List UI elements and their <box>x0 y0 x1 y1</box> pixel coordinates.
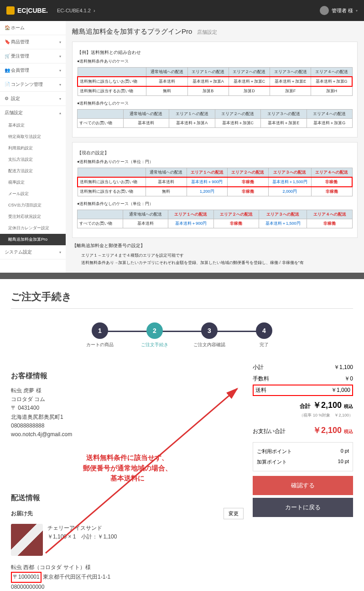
chevron-down-icon: ▾ <box>59 40 61 44</box>
customer-tel: 08088888888 <box>11 422 244 430</box>
sidebar-sub[interactable]: 税率設定 <box>0 177 66 188</box>
example-card: 【例】送料無料との組み合わせ ●送料無料条件ありのケース 通常地域への配送エリア… <box>72 42 358 137</box>
chevron-up-icon: ▴ <box>59 111 61 115</box>
current-card: 【現在の設定】 ●送料無料条件ありのケース（単位：円） 通常地域への配送エリア１… <box>72 142 358 238</box>
customer-address: 北海道奥尻郡奥尻町1 <box>11 413 244 422</box>
sidebar-sub[interactable]: 定休日カレンダー設定 <box>0 222 66 234</box>
shipping-row: 送料￥1,000 <box>253 385 353 396</box>
back-button[interactable]: カートに戻る <box>253 498 353 517</box>
sidebar-sub[interactable]: メール設定 <box>0 188 66 200</box>
sidebar-sub[interactable]: 特定商取引法設定 <box>0 131 66 142</box>
current-table-2: 通常地域への配送エリア１への配送エリア２への配送エリア３への配送エリア４への配送… <box>77 210 353 228</box>
card-header: 【例】送料無料との組み合わせ <box>77 49 353 56</box>
sidebar-item-order[interactable]: 🛒受注管理▾ <box>0 49 66 63</box>
sidebar-sub-header[interactable]: 店舗設定▴ <box>0 106 66 120</box>
recipient-name: 転虫 西都（コロタダ サイト）様 <box>11 563 244 572</box>
admin-panel: EC|CUBE. EC-CUBE4.1.2 › 管理者 様 ▾ 🏠ホーム 🔖商品… <box>0 0 364 273</box>
sidebar-item-product[interactable]: 🔖商品管理▾ <box>0 35 66 49</box>
checkout-panel: ご注文手続き 1カートの商品 2ご注文手続き 3ご注文内容確認 4完了 お客様情… <box>0 279 364 591</box>
bullet: ●送料無料条件ありのケース <box>77 58 353 64</box>
recipient-postal: 〒1000001 <box>11 572 42 582</box>
example-table-2: 通常地域への配送エリア１への配送エリア２への配送エリア３への配送エリア４への配送… <box>77 109 353 128</box>
chevron-down-icon: ▾ <box>59 250 61 254</box>
current-table-1: 通常地域への配送エリア１への配送エリア２への配送エリア３への配送エリア４への配送… <box>77 168 353 196</box>
checkout-title: ご注文手続き <box>11 290 353 309</box>
sidebar-item-home[interactable]: 🏠ホーム <box>0 21 66 35</box>
topbar: EC|CUBE. EC-CUBE4.1.2 › 管理者 様 ▾ <box>0 0 364 21</box>
annotation-text: 送料無料条件に該当せず、 郵便番号が通常地域の場合、 基本送料に <box>11 453 244 484</box>
desc-line: エリア１～エリア４まで４種類のエリアを設定可能です <box>81 252 358 259</box>
user-icon <box>320 6 329 15</box>
confirm-button[interactable]: 確認する <box>253 476 353 495</box>
delivery-subtitle: お届け先 <box>11 509 33 518</box>
card-header: 【現在の設定】 <box>77 150 353 156</box>
sidebar-item-settings[interactable]: ⚙設定▾ <box>0 92 66 106</box>
step-confirm: 3ご注文内容確認 <box>182 322 237 348</box>
sidebar-item-system[interactable]: システム設定▾ <box>0 245 66 259</box>
item-name: チェリーアイスサンド <box>47 524 117 533</box>
chevron-down-icon: ▾ <box>59 69 61 73</box>
totals: 小計￥1,100 手数料￥0 送料￥1,000 合計 ￥2,100 税込 （税率… <box>253 362 353 438</box>
tax-note: （税率 10 %対象 ￥2,100） <box>253 412 353 418</box>
recipient-address: 東京都千代田区千代田1-1-1 <box>43 574 110 580</box>
chevron-down-icon: ▾ <box>59 54 61 58</box>
logo-icon <box>6 6 15 15</box>
customer-postal: 〒 0431400 <box>11 404 244 412</box>
sidebar-sub[interactable]: CSV出力項目設定 <box>0 200 66 211</box>
chevron-down-icon: ▾ <box>356 9 358 13</box>
step-cart: 1カートの商品 <box>73 322 127 348</box>
bullet: ●送料無料条件なしのケース <box>77 100 353 106</box>
sidebar-sub[interactable]: 利用規約設定 <box>0 142 66 154</box>
change-button[interactable]: 変更 <box>224 508 244 519</box>
progress-steps: 1カートの商品 2ご注文手続き 3ご注文内容確認 4完了 <box>11 322 353 348</box>
item-line: ￥1,100 × 1 小計：￥1,100 <box>47 533 117 541</box>
postal-section: 【離島追加料金と郵便番号の設定】 エリア１～エリア４まで４種類のエリアを設定可能… <box>72 243 358 266</box>
sidebar-sub[interactable]: 受注対応状況設定 <box>0 211 66 222</box>
customer-title: お客様情報 <box>11 370 244 382</box>
points-box: ご利用ポイント0 pt 加算ポイント10 pt <box>253 442 353 471</box>
product-thumb <box>11 524 43 556</box>
bullet: ●送料無料条件なしのケース（単位：円） <box>77 201 353 207</box>
customer-name: 転虫 虎夢 様 <box>11 386 244 395</box>
delivery-title: 配送情報 <box>11 492 244 504</box>
step-order: 2ご注文手続き <box>127 322 182 348</box>
main-content: 離島追加料金を加算するプラグインPro 店舗設定 【例】送料無料との組み合わせ … <box>66 21 364 273</box>
step-done: 4完了 <box>237 322 291 348</box>
desc-line: 送料無料条件あり→加算したいカテゴリにそれぞれ金額を登録、加算したい地域の郵便番… <box>81 259 358 266</box>
logo-text: EC|CUBE. <box>17 7 48 14</box>
sidebar-sub[interactable]: 配送方法設定 <box>0 165 66 177</box>
version-crumb[interactable]: EC-CUBE4.1.2 › <box>57 8 95 13</box>
sidebar-sub-active[interactable]: 離島追加料金加算Pro <box>0 234 66 245</box>
customer-email: woo.notch.4j@gmail.com <box>11 430 244 439</box>
page-title: 離島追加料金を加算するプラグインPro 店舗設定 <box>72 27 358 36</box>
sidebar-sub[interactable]: 支払方法設定 <box>0 154 66 165</box>
sidebar-item-content[interactable]: 📄コンテンツ管理▾ <box>0 78 66 92</box>
sidebar-sub[interactable]: 基本設定 <box>0 120 66 131</box>
sidebar-item-member[interactable]: 👥会員管理▾ <box>0 63 66 78</box>
example-table-1: 通常地域への配送エリア１への配送エリア２への配送エリア３への配送エリア４への配送… <box>77 67 353 96</box>
recipient-tel: 08000000000 <box>11 583 244 591</box>
customer-kana: コロタダ コム <box>11 395 244 404</box>
card-header: 【離島追加料金と郵便番号の設定】 <box>72 243 358 249</box>
logo: EC|CUBE. <box>6 6 48 15</box>
bullet: ●送料無料条件ありのケース（単位：円） <box>77 159 353 165</box>
user-menu[interactable]: 管理者 様 ▾ <box>320 6 358 15</box>
chevron-down-icon: ▾ <box>59 97 61 101</box>
sidebar: 🏠ホーム 🔖商品管理▾ 🛒受注管理▾ 👥会員管理▾ 📄コンテンツ管理▾ ⚙設定▾… <box>0 21 66 273</box>
chevron-down-icon: ▾ <box>59 83 61 87</box>
